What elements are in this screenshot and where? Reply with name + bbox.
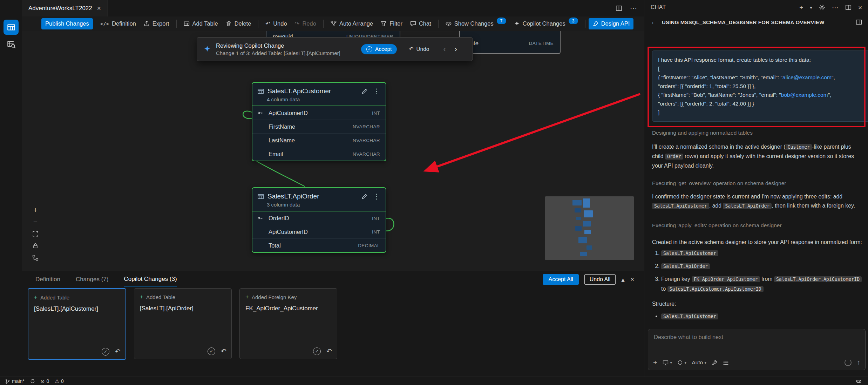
toolbar-separator [438,20,439,28]
table-menu-icon[interactable]: ⋮ [373,87,380,95]
model-selector[interactable]: Auto ▾ [692,359,706,366]
column-type: NVARCHAR [353,138,380,143]
chat-status-text: Executing 'get_overview' operation on sc… [652,180,786,187]
close-tab-icon[interactable]: × [97,5,101,12]
instructions-icon[interactable] [723,360,729,366]
accept-change-icon[interactable]: ✓ [208,347,215,355]
close-chat-icon[interactable]: × [858,4,862,11]
split-editor-icon[interactable] [616,5,622,12]
definition-button[interactable]: </> Definition [96,18,140,29]
accept-change-button[interactable]: ✓ Accept [361,44,397,54]
column-name: Total [269,242,358,249]
accept-change-icon[interactable]: ✓ [102,348,109,356]
table-row[interactable]: LastName NVARCHAR [252,134,386,147]
tools-icon[interactable] [712,360,718,366]
export-button[interactable]: Export [140,18,173,29]
auto-arrange-button[interactable]: Auto Arrange [327,18,377,29]
table-row[interactable]: Date DATETIME [460,38,560,48]
chat-button[interactable]: Chat [406,18,435,29]
chat-layout-icon[interactable] [856,19,862,25]
warnings-item[interactable]: ⚠ 0 [55,378,63,384]
publish-changes-button[interactable]: Publish Changes [41,18,93,29]
check-icon: ✓ [366,46,372,52]
structure-list: SalesLT.ApiCustomer [652,311,866,324]
copilot-changes-button[interactable]: Copilot Changes 3 [510,18,582,29]
auto-layout-button[interactable] [30,253,40,263]
back-icon[interactable]: ← [651,18,657,26]
table-menu-icon[interactable]: ⋮ [373,192,380,201]
design-api-button[interactable]: Design API [589,18,634,29]
lock-canvas-button[interactable] [30,241,40,251]
table-icon [257,88,264,95]
working-spinner [845,359,852,366]
fit-view-button[interactable] [30,229,40,239]
collapse-panel-icon[interactable]: ▴ [621,276,625,284]
undo-change-icon[interactable]: ↶ [115,347,121,356]
add-context-icon[interactable]: + [653,358,657,367]
send-icon[interactable]: ↑ [857,359,861,366]
editor-actions: ⋯ [616,0,644,16]
tab-adventureworks[interactable]: AdventureWorksLT2022 × [22,0,108,16]
filter-button[interactable]: Filter [377,18,406,29]
undo-button[interactable]: ↶ Undo [262,18,291,29]
add-table-icon [184,21,190,27]
table-row[interactable]: FirstName NVARCHAR [252,120,386,134]
chat-input-placeholder[interactable]: Describe what to build next [648,329,865,345]
new-chat-icon[interactable]: + [799,4,803,11]
edit-table-icon[interactable] [361,88,368,94]
zoom-out-button[interactable]: − [30,217,40,227]
delete-button[interactable]: Delete [222,18,255,29]
assistant-paragraph: Created in the active schema designer to… [652,238,862,247]
table-row[interactable]: ApiCustomerID INT [252,225,386,239]
table-header: SalesLT.ApiOrder ⋮ [252,188,386,201]
chat-header: CHAT + ▾ ⋯ × [644,0,868,15]
chat-input-box[interactable]: Describe what to build next + ▾ ▾ Auto ▾ [648,329,866,370]
errors-item[interactable]: ⊘ 0 [41,378,49,384]
next-change-icon[interactable]: › [454,45,457,54]
edit-table-icon[interactable] [361,193,368,200]
accept-change-icon[interactable]: ✓ [313,347,321,355]
table-node-apiorder[interactable]: SalesLT.ApiOrder ⋮ 3 column data OrderID… [252,187,386,253]
undo-change-icon[interactable]: ↶ [326,347,332,355]
change-card-apicustomer[interactable]: + Added Table [SalesLT].[ApiCustomer] ✓ … [28,288,126,360]
new-chat-dropdown-icon[interactable]: ▾ [810,5,812,10]
change-card-apiorder[interactable]: + Added Table [SalesLT].[ApiOrder] ✓ ↶ [134,288,232,359]
undo-change-button[interactable]: ↶ Undo [407,46,431,53]
partial-table-top-right[interactable]: Date DATETIME [459,31,561,54]
table-row[interactable]: OrderID INT [252,211,386,225]
designer-canvas[interactable]: rowguid UNIQUEIDENTIFIER Date DATETIME [22,31,644,271]
show-changes-button[interactable]: Show Changes 7 [442,18,510,29]
redo-icon: ↷ [295,21,300,27]
activity-schema-designer-button[interactable] [4,20,19,35]
tab-copilot-changes[interactable]: Copilot Changes (3) [124,276,177,286]
undo-all-button[interactable]: Undo All [584,274,616,285]
zoom-in-button[interactable]: + [30,205,40,215]
mode-selector[interactable]: ▾ [677,360,686,365]
chat-more-actions-icon[interactable]: ⋯ [832,4,839,11]
table-row[interactable]: ApiCustomerID INT [252,106,386,120]
open-chat-in-editor-icon[interactable] [845,4,852,11]
undo-change-icon[interactable]: ↶ [221,347,226,355]
tab-definition[interactable]: Definition [35,276,60,286]
accept-all-button[interactable]: Accept All [543,274,578,285]
sync-changes-icon[interactable] [30,379,35,384]
close-panel-icon[interactable]: × [630,276,634,283]
app-window: AdventureWorksLT2022 × ⋯ Publish Changes… [0,0,868,385]
chat-settings-icon[interactable] [819,4,825,11]
tab-changes[interactable]: Changes (7) [76,276,109,286]
table-row[interactable]: Total DECIMAL [252,239,386,252]
editor-more-actions-icon[interactable]: ⋯ [630,5,637,12]
surface-selector[interactable]: ▾ [663,360,672,366]
activity-schema-find-button[interactable] [4,36,19,52]
created-objects-list: SalesLT.ApiCustomer SalesLT.ApiOrder For… [652,248,866,297]
previous-change-icon[interactable]: ‹ [443,45,446,54]
redo-button[interactable]: ↷ Redo [291,18,320,29]
git-branch-item[interactable]: main* [5,378,25,384]
copilot-status-icon[interactable] [856,378,862,384]
toast-subtitle: Change 1 of 3: Added Table: [SalesLT].[A… [216,50,356,56]
table-row[interactable]: Email NVARCHAR [252,147,386,161]
table-node-apicustomer[interactable]: SalesLT.ApiCustomer ⋮ 4 column data ApiC… [252,82,386,161]
add-table-button[interactable]: Add Table [180,18,222,29]
change-card-foreign-key[interactable]: + Added Foreign Key FK_ApiOrder_ApiCusto… [239,288,337,359]
minimap[interactable] [545,196,634,260]
